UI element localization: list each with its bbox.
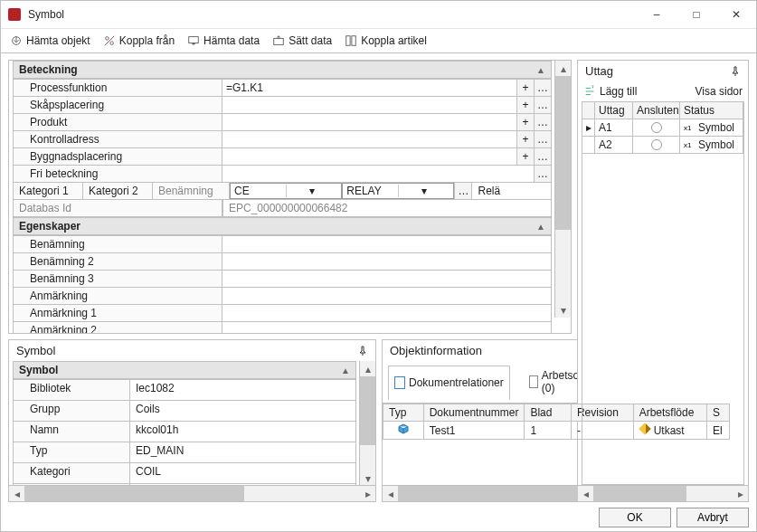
symbol-panel-title: Symbol bbox=[16, 344, 55, 357]
browse-btn[interactable]: … bbox=[534, 80, 551, 96]
label-kategori1: Kategori 1 bbox=[14, 183, 83, 199]
link-article-icon bbox=[345, 34, 357, 47]
horizontal-scrollbar[interactable]: ◂▸ bbox=[578, 485, 748, 501]
label-processfunktion: Processfunktion bbox=[14, 79, 222, 96]
symbol-field-value[interactable]: Coils bbox=[129, 400, 355, 421]
symbol-field-label: Typ bbox=[14, 442, 129, 462]
disconnect-icon bbox=[103, 34, 116, 47]
svg-rect-4 bbox=[189, 37, 199, 43]
value-egenskap[interactable] bbox=[222, 305, 551, 321]
symbol-field-value[interactable]: kkcol01h bbox=[129, 421, 355, 442]
close-button[interactable]: ✕ bbox=[716, 1, 756, 28]
lagg-till-button[interactable]: Lägg till bbox=[583, 85, 637, 98]
add-btn[interactable]: + bbox=[516, 148, 534, 165]
uttag-cell: A2 bbox=[595, 137, 633, 153]
label-egenskap: Benämning 3 bbox=[14, 270, 222, 287]
hamta-data-button[interactable]: Hämta data bbox=[187, 34, 260, 47]
col-uttag[interactable]: Uttag bbox=[595, 102, 633, 119]
section-header-beteckning[interactable]: Beteckning▲ bbox=[13, 61, 552, 79]
label-skapsplacering: Skåpsplacering bbox=[14, 96, 222, 113]
ok-button[interactable]: OK bbox=[599, 508, 671, 527]
ansluten-cell[interactable] bbox=[633, 137, 680, 153]
pin-icon[interactable] bbox=[357, 346, 368, 356]
kategori2-select[interactable]: RELAY▾ bbox=[342, 183, 454, 199]
section-header-symbol[interactable]: Symbol▲ bbox=[13, 361, 356, 379]
label-kontrolladress: Kontrolladress bbox=[14, 130, 222, 147]
visa-sidor-button[interactable]: Visa sidor bbox=[695, 85, 743, 98]
set-data-icon bbox=[272, 34, 285, 47]
maximize-button[interactable]: □ bbox=[677, 1, 716, 28]
symbol-field-value[interactable]: ED_MAIN bbox=[129, 442, 355, 462]
clipboard-icon bbox=[529, 375, 538, 388]
symbol-icon: x1 bbox=[684, 140, 695, 149]
value-processfunktion[interactable]: =G1.K1 bbox=[222, 80, 516, 96]
vertical-scrollbar[interactable]: ▴ ▾ bbox=[554, 61, 571, 318]
value-egenskap[interactable] bbox=[222, 271, 551, 287]
col-typ[interactable]: Typ bbox=[383, 404, 424, 422]
uttag-row[interactable]: A2x1 Symbol bbox=[582, 137, 743, 154]
symbol-field-label: Bibliotek bbox=[14, 379, 129, 400]
svg-text:x1: x1 bbox=[684, 141, 692, 149]
value-databas-id: EPC_000000000066482 bbox=[222, 200, 551, 216]
symbol-field-value[interactable]: Iec1082 bbox=[129, 379, 355, 400]
add-btn[interactable]: + bbox=[516, 131, 534, 147]
value-kontrolladress[interactable] bbox=[222, 131, 516, 147]
symbol-panel: Symbol Symbol▲ BibliotekIec1082GruppCoil… bbox=[8, 339, 376, 502]
svg-point-2 bbox=[110, 42, 114, 45]
section-header-egenskaper[interactable]: Egenskaper▲ bbox=[13, 217, 552, 235]
browse-btn[interactable]: … bbox=[534, 148, 551, 165]
label-produkt: Produkt bbox=[14, 113, 222, 130]
koppla-artikel-button[interactable]: Koppla artikel bbox=[345, 34, 427, 47]
value-byggnadsplacering[interactable] bbox=[222, 148, 516, 165]
col-status[interactable]: Status bbox=[680, 102, 743, 119]
uttag-cell: A1 bbox=[595, 119, 633, 136]
browse-btn[interactable]: … bbox=[534, 97, 551, 113]
objektinformation-title: Objektinformation bbox=[390, 344, 482, 357]
label-egenskap: Anmärkning bbox=[14, 287, 222, 304]
minimize-button[interactable]: – bbox=[637, 1, 677, 28]
row-marker bbox=[582, 137, 595, 153]
pin-icon[interactable] bbox=[730, 66, 741, 77]
get-data-icon bbox=[187, 34, 200, 47]
browse-btn[interactable]: … bbox=[534, 114, 551, 130]
col-blad[interactable]: Blad bbox=[525, 404, 572, 422]
hamta-objekt-button[interactable]: Hämta objekt bbox=[10, 34, 90, 47]
browse-btn[interactable]: … bbox=[534, 131, 551, 147]
add-btn[interactable]: + bbox=[516, 114, 534, 130]
ansluten-cell[interactable] bbox=[633, 119, 680, 136]
browse-btn[interactable]: … bbox=[534, 166, 551, 182]
satt-data-button[interactable]: Sätt data bbox=[272, 34, 332, 47]
tab-dokumentrelationer[interactable]: Dokumentrelationer bbox=[388, 366, 510, 400]
kategori1-select[interactable]: CE▾ bbox=[230, 183, 342, 199]
col-dokumentnummer[interactable]: Dokumentnummer bbox=[423, 404, 525, 422]
koppla-fran-button[interactable]: Koppla från bbox=[103, 34, 175, 47]
avbryt-button[interactable]: Avbryt bbox=[677, 508, 749, 527]
svg-text:x1: x1 bbox=[684, 124, 692, 132]
value-produkt[interactable] bbox=[222, 114, 516, 130]
app-logo bbox=[8, 8, 21, 21]
horizontal-scrollbar[interactable]: ◂▸ bbox=[9, 485, 375, 501]
value-egenskap[interactable] bbox=[222, 288, 551, 304]
add-btn[interactable]: + bbox=[516, 97, 534, 113]
row-marker: ▸ bbox=[582, 119, 595, 136]
label-fri-beteckning: Fri beteckning bbox=[14, 165, 222, 182]
kategori-benamning: Relä bbox=[471, 183, 551, 199]
add-btn[interactable]: + bbox=[516, 80, 534, 96]
browse-btn[interactable]: … bbox=[454, 183, 471, 199]
symbol-field-label: Namn bbox=[14, 421, 129, 442]
designation-properties-panel: Beteckning▲ Processfunktion =G1.K1+… Skå… bbox=[8, 60, 572, 334]
document-icon bbox=[394, 376, 405, 389]
uttag-row[interactable]: ▸A1x1 Symbol bbox=[582, 119, 743, 137]
col-ansluten[interactable]: Ansluten bbox=[633, 102, 680, 119]
symbol-field-value[interactable]: COIL bbox=[129, 462, 355, 483]
symbol-field-label: Kategori bbox=[14, 462, 129, 483]
value-egenskap[interactable] bbox=[222, 322, 551, 333]
value-egenskap[interactable] bbox=[222, 236, 551, 252]
value-skapsplacering[interactable] bbox=[222, 97, 516, 113]
vertical-scrollbar[interactable]: ▴▾ bbox=[359, 361, 375, 486]
toolbar: Hämta objekt Koppla från Hämta data Sätt… bbox=[1, 29, 756, 53]
value-fri-beteckning[interactable] bbox=[222, 166, 534, 182]
svg-rect-7 bbox=[352, 36, 355, 46]
svg-rect-6 bbox=[346, 36, 350, 46]
value-egenskap[interactable] bbox=[222, 253, 551, 270]
